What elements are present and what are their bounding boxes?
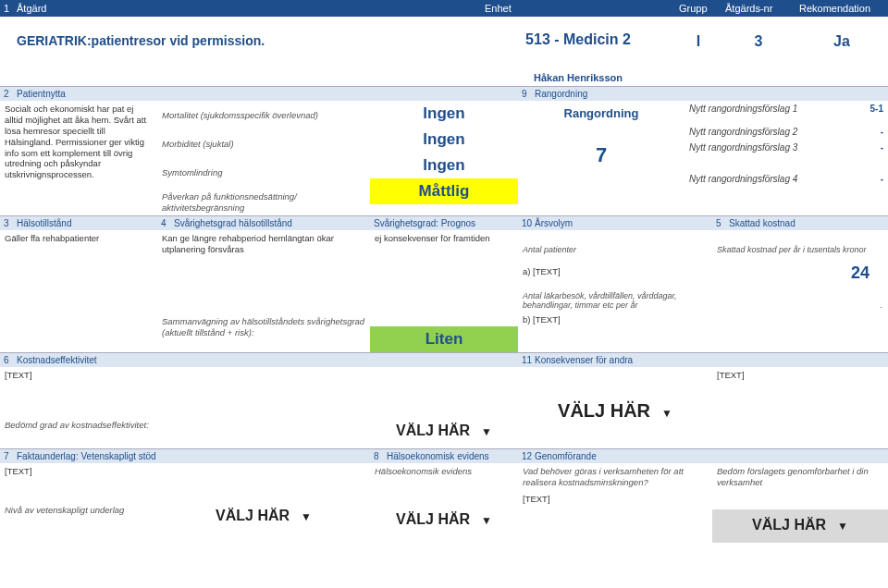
person-row: Håkan Henriksson bbox=[0, 72, 888, 86]
patientnytta-text: Socialt och ekonomiskt har pat ej alltid… bbox=[0, 101, 157, 183]
arsvolym-sub: Antal patienter bbox=[518, 243, 712, 256]
rank3-value: - bbox=[843, 142, 883, 153]
rank3-label: Nytt rangordningsförslag 3 bbox=[689, 142, 843, 153]
funktion-value: Måttlig bbox=[370, 178, 518, 204]
morbiditet-label: Morbiditet (sjuktal) bbox=[157, 129, 370, 158]
action-nr-value: 3 bbox=[722, 17, 796, 72]
header-row: 1 Åtgärd Enhet Grupp Åtgärds-nr Rekomend… bbox=[0, 0, 888, 17]
page-title: GERIATRIK:patientresor vid permission. bbox=[17, 33, 265, 48]
rangordning-big-value: 7 bbox=[518, 140, 684, 171]
halsoekonomi-sub: Hälsoekonomsik evidens bbox=[370, 463, 518, 480]
section-8-header: 8Hälsoekonomisk evidens bbox=[370, 449, 518, 463]
sum-label: Sammanvägning av hälsotillståndets svåri… bbox=[157, 313, 370, 341]
section-12-header: 12Genomförande bbox=[518, 449, 888, 463]
rank1-label: Nytt rangordningsförslag 1 bbox=[689, 104, 843, 114]
mortalitet-value: Ingen bbox=[370, 101, 518, 127]
hdr-rec: Rekomendation bbox=[796, 0, 888, 17]
genomforande-sub: [TEXT] bbox=[518, 491, 712, 508]
section-9-header: 9 Rangordning bbox=[518, 87, 888, 101]
person-name: Håkan Henriksson bbox=[481, 72, 675, 86]
arsvolym-note: Antal läkarbesök, vårdtillfällen, vårdda… bbox=[518, 289, 712, 312]
section-3-header: 3Hälsotillstånd bbox=[0, 216, 157, 230]
genomforande-note: Bedöm förslagets genomförbarhet i din ve… bbox=[712, 463, 888, 491]
hdr-num: 1 bbox=[0, 0, 13, 17]
rank2-label: Nytt rangordningsförslag 2 bbox=[689, 127, 843, 137]
arsvolym-b: b) [TEXT] bbox=[518, 312, 712, 328]
main-row: GERIATRIK:patientresor vid permission. 5… bbox=[0, 17, 888, 72]
kostnadseff-choose[interactable]: VÄLJ HÄR▼ bbox=[370, 415, 518, 448]
group-value: I bbox=[675, 17, 722, 72]
patientnytta-label: Patientnytta bbox=[17, 89, 66, 99]
chevron-down-icon: ▼ bbox=[481, 425, 492, 438]
unit-value: 513 - Medicin 2 bbox=[481, 17, 675, 72]
svarighetsgrad-text: Kan ge längre rehabperiod hemlängtan öka… bbox=[157, 230, 370, 258]
halsotillstand-text: Gäller ffa rehabpatienter bbox=[0, 230, 157, 247]
section-11-header: 11Konsekvenser för andra bbox=[518, 353, 888, 367]
kostnadseff-sub: Bedömd grad av kostnadseffektivitet: bbox=[0, 417, 370, 434]
rank1-value: 5-1 bbox=[843, 104, 883, 114]
arsvolym-a: a) [TEXT] bbox=[518, 263, 712, 280]
section-4-header: 4Svårighetsgrad hälsotillstånd bbox=[157, 216, 370, 230]
section-10-header: 10Årsvolym bbox=[518, 216, 712, 230]
recommendation-value: Ja bbox=[796, 17, 888, 72]
section-7-header: 7Faktaunderlag: Vetenskapligt stöd bbox=[0, 449, 370, 463]
genomforande-text: Vad behöver göras i verksamheten för att… bbox=[518, 463, 712, 491]
faktaunderlag-sub: Nivå av vetenskapligt underlag bbox=[0, 502, 157, 519]
hdr-nr: Åtgärds-nr bbox=[722, 0, 796, 17]
chevron-down-icon: ▼ bbox=[301, 510, 312, 523]
hdr-unit: Enhet bbox=[481, 0, 675, 17]
konsekvenser-choose[interactable]: VÄLJ HÄR▼ bbox=[518, 384, 712, 431]
mortalitet-label: Mortalitet (sjukdomsspecifik överlevnad) bbox=[157, 101, 370, 129]
morbiditet-value: Ingen bbox=[370, 127, 518, 153]
konsekvenser-text: [TEXT] bbox=[712, 367, 888, 384]
section-6-header: 6Kostnadseffektivitet bbox=[0, 353, 518, 367]
halsoekonomi-choose[interactable]: VÄLJ HÄR▼ bbox=[370, 504, 518, 537]
section-5-header: 5Skattad kostnad bbox=[712, 216, 888, 230]
symtom-label: Symtomlindring bbox=[157, 158, 370, 187]
chevron-down-icon: ▼ bbox=[661, 407, 672, 420]
chevron-down-icon: ▼ bbox=[481, 514, 492, 527]
genomforande-choose[interactable]: VÄLJ HÄR▼ bbox=[712, 509, 888, 543]
rangordning-label: Rangordning bbox=[535, 89, 587, 99]
prognos-text: ej konsekvenser för framtiden bbox=[370, 230, 518, 247]
faktaunderlag-text: [TEXT] bbox=[0, 463, 157, 480]
chevron-down-icon: ▼ bbox=[837, 520, 848, 533]
hdr-group: Grupp bbox=[675, 0, 722, 17]
prognos-header: Svårighetsgrad: Prognos bbox=[370, 216, 518, 230]
skattad-sub: Skattad kostnad per år i tusentals krono… bbox=[712, 243, 888, 256]
kostnadseff-text: [TEXT] bbox=[0, 367, 370, 384]
rangordning-title: Rangordning bbox=[518, 101, 684, 124]
faktaunderlag-choose[interactable]: VÄLJ HÄR▼ bbox=[157, 500, 370, 533]
rank4-value: - bbox=[843, 174, 883, 184]
rank2-value: - bbox=[843, 127, 883, 137]
funktion-label: Påverkan på funktionsnedsättning/ aktivi… bbox=[157, 187, 370, 215]
rank4-label: Nytt rangordningsförslag 4 bbox=[689, 174, 843, 184]
hdr-action: Åtgärd bbox=[13, 0, 481, 17]
section-2-header: 2 Patientnytta bbox=[0, 87, 518, 101]
sum-value: Liten bbox=[370, 326, 518, 352]
skattad-value: 24 bbox=[712, 263, 888, 283]
symtom-value: Ingen bbox=[370, 153, 518, 178]
skattad-dot: . bbox=[880, 300, 882, 310]
